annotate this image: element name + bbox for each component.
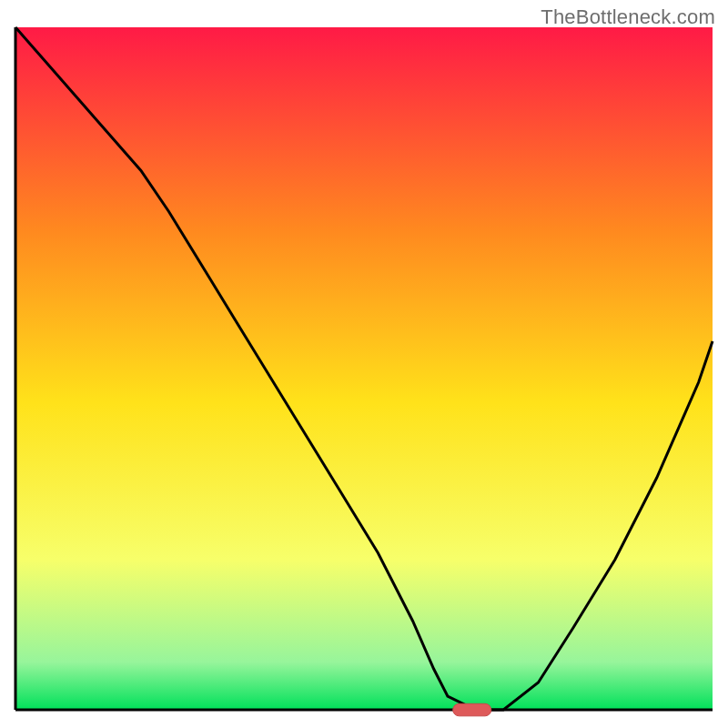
watermark-text: TheBottleneck.com: [541, 5, 715, 29]
chart-container: TheBottleneck.com: [0, 0, 728, 728]
optimal-marker: [453, 703, 491, 716]
bottleneck-chart: [0, 0, 728, 728]
plot-background: [15, 27, 713, 710]
